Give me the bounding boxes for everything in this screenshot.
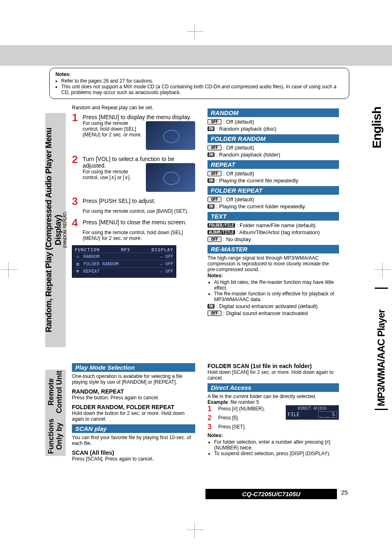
step-number: 1 bbox=[208, 405, 216, 412]
chip-off: OFF bbox=[208, 171, 221, 176]
lower-right: FOLDER SCAN (1st file in each folder) Ho… bbox=[208, 359, 339, 457]
header-strip bbox=[0, 45, 392, 66]
lower-left: Play Mode Selection One-touch operation … bbox=[72, 361, 195, 462]
scan-body: You can find your favorite file by playi… bbox=[72, 435, 195, 446]
da-step-2: 2Press [5]. bbox=[208, 414, 283, 421]
chip-text: ALBUM/TITLE bbox=[208, 230, 235, 235]
footer-model: CQ-C7205U/C7105U bbox=[205, 489, 337, 499]
crop-mark-icon bbox=[1, 262, 17, 279]
steps-intro: Random and Repeat play can be set. bbox=[72, 105, 195, 111]
section-folder-random: FOLDER RANDOM bbox=[208, 134, 339, 143]
ftable-row: ▥ FOLDER RANDOM – OFF bbox=[75, 260, 173, 267]
section-repeat: REPEAT bbox=[208, 160, 339, 169]
notes-item: Refer to the pages 26 and 27 for caution… bbox=[61, 78, 343, 84]
direct-access-display: DIRECT ACCESS FILE _ _ 5 bbox=[286, 405, 339, 420]
step-text: Press [#] (NUMBER). bbox=[218, 405, 265, 412]
da-example-h: Example bbox=[208, 399, 228, 405]
chip-on: ON bbox=[208, 178, 214, 183]
step-3: 3 Press [PUSH SEL] to adjust. bbox=[72, 196, 195, 207]
da-step-3: 3Press [SET]. bbox=[208, 423, 339, 431]
sidebar1-sub: (RANDOM, REPEAT) bbox=[63, 212, 67, 248]
pms-b2: Hold down the button for 2 sec. or more.… bbox=[72, 410, 195, 422]
language-tab: English bbox=[370, 107, 384, 148]
step-text: Press [PUSH SEL] to adjust. bbox=[83, 196, 155, 204]
step-text: Press [MENU] to display the menu display… bbox=[83, 112, 195, 152]
da-notes-h: Notes: bbox=[208, 433, 223, 438]
option-row: OFF: Off (default) bbox=[208, 196, 339, 203]
notes-item: This unit does not support a MIX mode CD… bbox=[61, 84, 343, 95]
step-1: 1 Press [MENU] to display the menu displ… bbox=[72, 112, 195, 152]
chip-off: OFF bbox=[208, 197, 221, 202]
da-note: To suspend direct selection, press [DISP… bbox=[214, 451, 339, 456]
da-box-head: DIRECT ACCESS bbox=[288, 406, 337, 410]
section-folder-repeat: FOLDER REPEAT bbox=[208, 186, 339, 195]
step-4: 4 Press [MENU] to close the menu screen. bbox=[72, 217, 195, 228]
pms-h1: RANDOM, REPEAT bbox=[72, 388, 195, 395]
remaster-note: The Re-master function is only effective… bbox=[214, 291, 339, 302]
notes-box: Notes: Refer to the pages 26 and 27 for … bbox=[49, 68, 349, 99]
option-row: ON: Random playback (disc) bbox=[208, 126, 339, 132]
ftable-h2: MP3 bbox=[121, 247, 130, 253]
section-text: TEXT bbox=[208, 212, 339, 221]
option-row: FOLDER/FILE: Folder name/File name (defa… bbox=[208, 222, 339, 228]
section-direct-access: Direct Access bbox=[208, 383, 339, 392]
crop-mark-icon bbox=[187, 24, 203, 40]
da-step-1: 1Press [#] (NUMBER). bbox=[208, 405, 283, 412]
chip-on: ON bbox=[208, 152, 214, 157]
left-column: Random and Repeat play can be set. 1 Pre… bbox=[72, 105, 195, 278]
step-text: Press [SET]. bbox=[218, 423, 246, 430]
option-row: ALBUM/TITLE: Album/Title/Artist (tag inf… bbox=[208, 229, 339, 235]
ftable-h1: FUNCTION bbox=[75, 247, 100, 253]
option-row: OFF: Off (default) bbox=[208, 119, 339, 125]
chip-off: OFF bbox=[208, 145, 221, 150]
sidebar2-l1: Functions Only by bbox=[47, 416, 64, 456]
chip-off: OFF bbox=[208, 119, 221, 124]
da-note: For folder selection, enter a number aft… bbox=[214, 439, 339, 451]
chip-off: OFF bbox=[208, 311, 221, 316]
option-row: OFF: Off (default) bbox=[208, 170, 339, 177]
ftable-row: ▼ REPEAT – OFF bbox=[75, 267, 173, 275]
section-remaster: RE-MASTER bbox=[208, 245, 339, 253]
option-row: OFF: No display bbox=[208, 236, 339, 242]
step-number: 4 bbox=[72, 217, 80, 228]
step-text: Press [5]. bbox=[218, 414, 239, 421]
crop-mark-icon bbox=[187, 522, 203, 539]
remaster-note: At high bit rates, the Re-master functio… bbox=[214, 279, 339, 291]
step-number: 2 bbox=[72, 154, 80, 165]
section-play-mode: Play Mode Selection bbox=[72, 363, 195, 372]
section-tab: MP3/WMA/AAC Player bbox=[375, 288, 388, 410]
fscan-body: Hold down [SCAN] for 2 sec. or more. Hol… bbox=[208, 369, 339, 381]
chip-on: ON bbox=[208, 127, 214, 131]
option-row: ON: Random playback (folder) bbox=[208, 152, 339, 158]
step-number: 1 bbox=[72, 112, 80, 123]
function-display: FUNCTION MP3 DISPLAY ▭ RANDOM – OFF ▥ FO… bbox=[72, 245, 176, 278]
section-scan: SCAN play bbox=[72, 424, 195, 433]
option-row: ON: Digital sound enhancer activated (de… bbox=[208, 303, 339, 309]
step-number: 3 bbox=[72, 196, 80, 207]
step-number: 3 bbox=[208, 423, 216, 431]
step-text: Press [MENU] to close the menu screen. bbox=[83, 217, 187, 226]
step-note: For using the remote control, use [BAND]… bbox=[83, 208, 195, 214]
da-body: A file in the current folder can be dire… bbox=[208, 394, 339, 399]
sidebar2-l2: Remote Control Unit bbox=[47, 370, 64, 414]
section-random: RANDOM bbox=[208, 108, 339, 117]
notes-heading: Notes: bbox=[55, 71, 71, 77]
da-box-val: _ _ 5 bbox=[318, 411, 337, 418]
sidebar-remote-only: Functions Only by Remote Control Unit bbox=[45, 370, 66, 456]
crop-mark-icon bbox=[375, 262, 391, 279]
option-row: ON: Playing the current folder repeatedl… bbox=[208, 203, 339, 210]
chip-text: FOLDER/FILE bbox=[208, 223, 235, 228]
ftable-h3: DISPLAY bbox=[152, 247, 173, 253]
fscan-title: FOLDER SCAN (1st file in each folder) bbox=[208, 363, 339, 369]
scan-h1: SCAN (All files) bbox=[72, 449, 195, 456]
ftable-row: ▭ RANDOM – OFF bbox=[75, 253, 173, 260]
option-row: ON: Playing the current file repeatedly bbox=[208, 177, 339, 184]
step-note: For using the remote control, hold down … bbox=[83, 230, 195, 241]
device-image bbox=[146, 121, 195, 150]
chip-on: ON bbox=[208, 204, 214, 209]
device-image bbox=[146, 163, 195, 192]
chip-off: OFF bbox=[208, 237, 221, 242]
sidebar-random-repeat: Random, Repeat Play (Compressed Audio Pl… bbox=[45, 113, 66, 347]
da-example-t: : file number 5 bbox=[228, 399, 259, 405]
right-column: RANDOM OFF: Off (default) ON: Random pla… bbox=[208, 106, 339, 317]
